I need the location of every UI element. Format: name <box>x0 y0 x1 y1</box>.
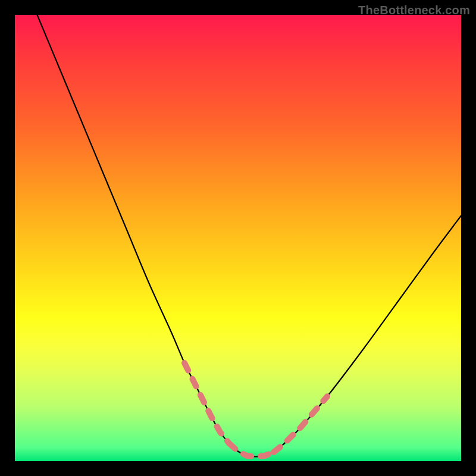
chart-svg <box>15 15 461 461</box>
series-markers-right <box>274 396 327 452</box>
series-curve <box>37 15 462 457</box>
series-markers-left <box>184 363 229 443</box>
series-markers-bottom <box>229 443 274 457</box>
